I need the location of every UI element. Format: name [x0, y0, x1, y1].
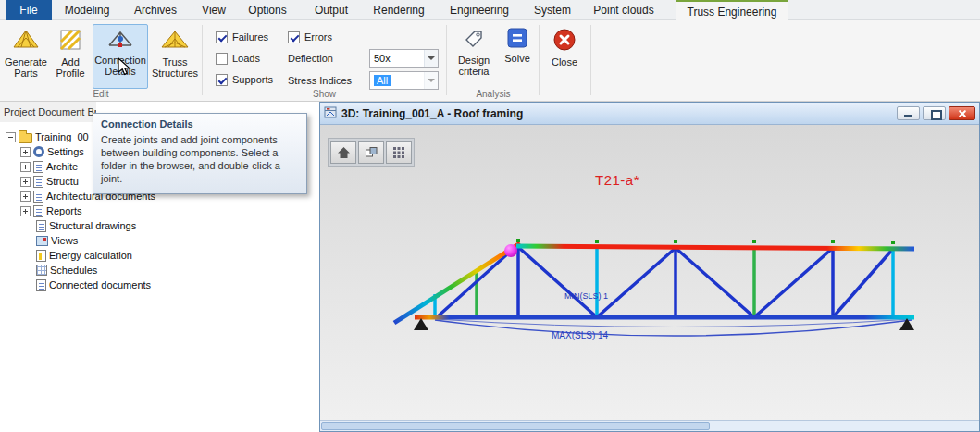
tab-point-clouds[interactable]: Point clouds: [587, 0, 661, 20]
3d-window-icon: [324, 105, 337, 121]
deflection-curve-min: [435, 319, 912, 327]
restore-icon[interactable]: [923, 106, 946, 120]
tab-modeling[interactable]: Modeling: [57, 0, 117, 20]
scrollbar-thumb[interactable]: [321, 422, 710, 430]
profile-icon: [58, 28, 82, 54]
report-icon: [33, 205, 43, 217]
truss-structures-icon: [160, 28, 190, 54]
errors-checkbox[interactable]: Errors: [288, 30, 332, 44]
loads-checkbox-box[interactable]: [216, 53, 228, 65]
selected-joint-node[interactable]: [504, 244, 517, 257]
document-icon: [33, 161, 43, 173]
tree-item-views[interactable]: Views: [0, 233, 319, 248]
group-separator: [590, 25, 591, 95]
tab-output[interactable]: Output: [304, 0, 359, 20]
add-profile-label: Add Profile: [51, 56, 90, 79]
mouse-cursor: [118, 57, 131, 80]
chevron-down-icon[interactable]: [424, 50, 438, 67]
tab-view[interactable]: View: [192, 0, 235, 20]
close-icon[interactable]: [949, 106, 975, 120]
solve-button[interactable]: Solve: [500, 24, 535, 89]
tree-item-label: Archite: [46, 161, 78, 172]
tree-item-reports[interactable]: Reports: [0, 204, 319, 218]
tree-item-connected-documents[interactable]: Connected documents: [0, 278, 319, 292]
tab-options[interactable]: Options: [239, 0, 296, 20]
chevron-down-icon[interactable]: [424, 72, 438, 89]
connection-details-tooltip: Connection Details Create joints and add…: [93, 113, 307, 194]
tab-truss-engineering[interactable]: Truss Engineering: [676, 0, 788, 21]
gear-icon: [33, 146, 44, 157]
tab-file[interactable]: File: [6, 0, 52, 20]
document-icon: [33, 176, 43, 188]
min-sls-annotation: MIN(SLS) 1: [564, 291, 608, 301]
expand-icon[interactable]: [20, 147, 31, 157]
stress-indices-dropdown[interactable]: All: [369, 71, 439, 90]
horizontal-scrollbar[interactable]: [320, 420, 979, 431]
generate-parts-button[interactable]: Generate Parts: [4, 24, 48, 89]
collapse-icon[interactable]: [6, 132, 16, 142]
close-ribbon-button[interactable]: Close: [544, 24, 585, 89]
tree-item-schedules[interactable]: Schedules: [0, 263, 319, 278]
tooltip-title: Connection Details: [101, 118, 299, 130]
failures-checkbox-box[interactable]: [216, 31, 228, 43]
truss-top-chord: [516, 246, 914, 249]
tree-item-label: Structural drawings: [49, 220, 136, 231]
errors-checkbox-label: Errors: [304, 31, 332, 43]
max-sls-annotation: MAX(SLS) 14: [552, 330, 608, 340]
expand-icon[interactable]: [20, 177, 31, 187]
3d-viewport-canvas[interactable]: T21-a* MIN(SLS) 1 MAX(SLS) 14: [320, 125, 979, 420]
tree-item-label: Schedules: [50, 265, 97, 276]
deflection-value: 50x: [374, 53, 391, 64]
group-separator: [539, 25, 540, 95]
tooltip-body: Create joints and add joint components b…: [101, 133, 299, 185]
solve-label: Solve: [504, 53, 530, 64]
tab-archives[interactable]: Archives: [126, 0, 185, 20]
failures-checkbox[interactable]: Failures: [216, 30, 268, 44]
expand-icon[interactable]: [20, 162, 31, 172]
add-profile-button[interactable]: Add Profile: [50, 24, 91, 89]
design-criteria-label: Design criteria: [451, 55, 497, 77]
supports-checkbox[interactable]: Supports: [216, 72, 273, 87]
energy-icon: [36, 250, 46, 262]
deflection-curve-max: [435, 320, 912, 336]
house-view-icon[interactable]: [330, 141, 356, 164]
window-controls: [894, 106, 975, 120]
folder-open-icon: [19, 133, 32, 143]
loads-checkbox[interactable]: Loads: [216, 51, 260, 66]
schedule-grid-icon: [36, 265, 47, 276]
design-criteria-button[interactable]: Design criteria: [450, 24, 498, 89]
tab-engineering[interactable]: Engineering: [442, 0, 516, 20]
tree-item-label: Training_00: [35, 131, 89, 142]
window-title-bar[interactable]: 3D: Training_001_A - Roof framing: [320, 103, 979, 125]
view-icon: [36, 236, 48, 246]
truss-icon: [12, 28, 40, 54]
failures-checkbox-label: Failures: [232, 31, 268, 43]
tree-item-energy-calculation[interactable]: Energy calculation: [0, 248, 319, 263]
expand-icon[interactable]: [20, 191, 31, 202]
generate-parts-label: Generate Parts: [5, 56, 47, 79]
grid-view-icon[interactable]: [386, 141, 412, 164]
stress-indices-value: All: [374, 75, 391, 86]
tab-rendering[interactable]: Rendering: [366, 0, 431, 20]
loads-checkbox-label: Loads: [232, 53, 260, 64]
errors-checkbox-box[interactable]: [288, 31, 300, 43]
truss-drawing: [320, 125, 979, 420]
drawing-icon: [36, 220, 46, 232]
close-circle-icon: [552, 28, 577, 54]
truss-structures-button[interactable]: Truss Structures: [150, 24, 200, 89]
ribbon-tab-bar: File Modeling Archives View Options Outp…: [0, 0, 980, 20]
show-group-label: Show: [203, 89, 446, 99]
close-ribbon-label: Close: [552, 56, 577, 68]
application-window: File Modeling Archives View Options Outp…: [0, 0, 980, 432]
tree-item-label: Energy calculation: [49, 250, 132, 261]
expand-icon[interactable]: [20, 206, 31, 216]
tree-item-label: Settings: [47, 146, 84, 157]
tab-system[interactable]: System: [526, 0, 579, 20]
tree-item-label: Views: [51, 235, 78, 246]
tree-item-structural-drawings[interactable]: Structural drawings: [0, 218, 319, 233]
group-separator: [446, 25, 447, 95]
deflection-dropdown[interactable]: 50x: [369, 49, 439, 68]
plane-view-icon[interactable]: [358, 141, 384, 164]
minimize-icon[interactable]: [897, 106, 920, 120]
supports-checkbox-box[interactable]: [216, 74, 228, 86]
